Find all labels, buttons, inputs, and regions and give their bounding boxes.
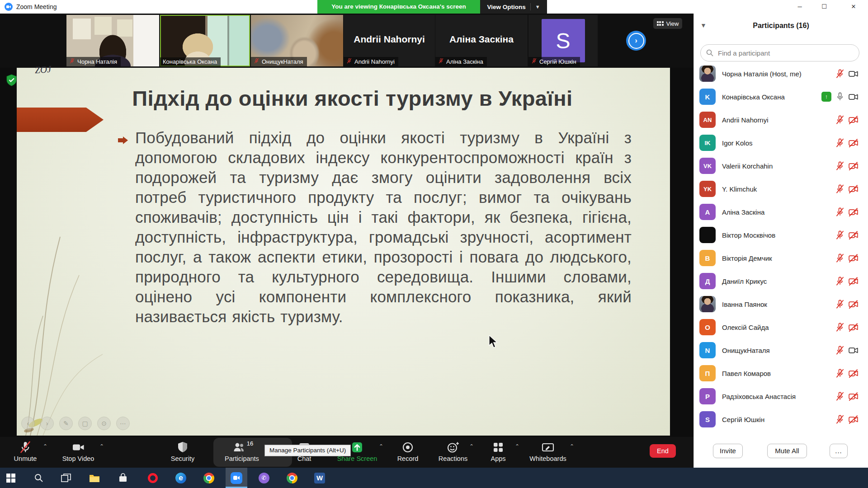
taskbar-app-chrome[interactable] xyxy=(198,468,220,488)
taskbar-app-word[interactable]: W xyxy=(309,468,330,488)
participant-row[interactable]: РРадзіховська Анастасія xyxy=(694,385,868,408)
slide-arrow-decoration xyxy=(17,108,104,132)
participant-row[interactable]: IKIgor Kolos xyxy=(694,131,868,155)
meeting-stage: Чорна НаталіяКонарівська Оксана ОнищукНа… xyxy=(0,14,693,468)
taskbar-app-taskview[interactable] xyxy=(55,468,77,488)
zoom-meeting-window: Zoom Meeting You are viewing Конарівська… xyxy=(0,0,868,488)
bullet-icon xyxy=(118,136,128,144)
camera-off-icon xyxy=(848,184,859,196)
muted-mic-icon xyxy=(835,414,845,426)
security-button[interactable]: Security xyxy=(156,439,210,466)
camera-off-icon xyxy=(848,391,859,404)
shared-screen-slide: ZOJ Підхід до оцінки якості туризму в Ук… xyxy=(17,68,670,436)
avatar: K xyxy=(699,89,716,105)
whiteboard-icon xyxy=(521,439,575,454)
pen-tool-button[interactable]: ✎ xyxy=(59,417,73,430)
video-tile[interactable]: Аліна Заскіна Аліна Заскіна xyxy=(435,15,528,66)
video-tile[interactable]: Чорна Наталія xyxy=(66,15,159,66)
muted-mic-icon xyxy=(346,58,352,65)
avatar: IK xyxy=(699,135,716,151)
toolbar-label: Participants xyxy=(215,455,269,462)
next-slide-button[interactable]: › xyxy=(40,417,54,430)
participant-row[interactable]: VKValerii Korchahin xyxy=(694,155,868,178)
participant-row[interactable]: Чорна Наталія (Host, me) xyxy=(694,62,868,85)
video-tile[interactable]: S Сергій Юшкін xyxy=(528,15,598,66)
taskbar-app-viber[interactable]: ✆ xyxy=(253,468,275,488)
muted-mic-icon xyxy=(835,161,845,173)
video-tile[interactable]: Конарівська Оксана xyxy=(160,15,250,66)
camera-on-icon xyxy=(848,92,859,104)
avatar xyxy=(699,66,716,82)
participant-row[interactable]: ANAndrii Nahornyi xyxy=(694,108,868,131)
participant-row[interactable]: SСергій Юшкін xyxy=(694,408,868,431)
participants-button[interactable]: 16Participants xyxy=(215,439,269,466)
tile-name-label: Чорна Наталія xyxy=(66,57,121,66)
participant-row[interactable]: ВВікторія Демчик xyxy=(694,247,868,270)
participant-name: Igor Kolos xyxy=(722,131,753,155)
video-tile[interactable]: ОнищукНаталя xyxy=(251,15,343,66)
tile-name-label: Andrii Nahornyi xyxy=(344,57,398,66)
zoom-slide-button[interactable]: ⊙ xyxy=(97,417,111,430)
show-all-slides-button[interactable]: ▢ xyxy=(78,417,92,430)
tile-name-label: Аліна Заскіна xyxy=(435,57,487,66)
participant-row[interactable]: ООлексій Сайда xyxy=(694,316,868,339)
taskbar-app-chrome2[interactable] xyxy=(281,468,303,488)
previous-slide-button[interactable]: ‹ xyxy=(21,417,35,430)
maximize-button[interactable]: ☐ xyxy=(814,0,835,14)
participant-name: Вікторія Демчик xyxy=(722,247,772,270)
participant-row[interactable]: ААліна Заскіна xyxy=(694,201,868,224)
end-meeting-button[interactable]: End xyxy=(650,444,676,458)
toolbar-label: Unmute xyxy=(0,455,52,462)
taskbar-app-edge[interactable]: e xyxy=(170,468,192,488)
invite-button[interactable]: Invite xyxy=(713,444,743,458)
mute-all-button[interactable]: Mute All xyxy=(767,444,807,458)
participant-row[interactable]: YKY. Klimchuk xyxy=(694,178,868,201)
minimize-button[interactable]: ─ xyxy=(789,0,810,14)
participant-name: Аліна Заскіна xyxy=(446,58,483,65)
participant-name: Чорна Наталія xyxy=(77,58,117,65)
zoom-icon xyxy=(231,472,242,484)
chevron-up-icon[interactable]: ⌃ xyxy=(515,443,519,450)
participant-name: Радзіховська Анастасія xyxy=(722,385,796,408)
participant-row[interactable]: NОнищукНаталя xyxy=(694,339,868,362)
more-options-button[interactable]: ⋯ xyxy=(116,417,130,430)
unmute-button[interactable]: Unmute xyxy=(0,439,52,466)
participant-row[interactable]: ППавел Комаров xyxy=(694,362,868,385)
camera-off-icon xyxy=(848,138,859,150)
taskbar-app-store[interactable] xyxy=(112,468,134,488)
view-options-button[interactable]: View Options ▼ xyxy=(480,0,547,14)
video-tile[interactable]: Andrii Nahornyi Andrii Nahornyi xyxy=(344,15,435,66)
whiteboards-button[interactable]: Whiteboards xyxy=(521,439,575,466)
taskbar-app-opera[interactable] xyxy=(142,468,164,488)
participant-row[interactable]: Іванна Паянок xyxy=(694,293,868,316)
taskbar-app-search[interactable] xyxy=(28,468,50,488)
chevron-up-icon[interactable]: ⌃ xyxy=(99,443,104,450)
chevron-up-icon[interactable]: ⌃ xyxy=(43,443,47,450)
view-layout-button[interactable]: View xyxy=(653,18,682,29)
taskbar-app-explorer[interactable] xyxy=(84,468,105,488)
more-options-button[interactable]: ... xyxy=(830,444,848,458)
next-page-arrow-button[interactable]: › xyxy=(626,31,646,51)
camera-off-icon xyxy=(848,207,859,219)
stop-video-button[interactable]: Stop Video xyxy=(51,439,105,466)
chevron-up-icon[interactable]: ⌃ xyxy=(379,443,383,450)
search-participant-input[interactable] xyxy=(700,44,859,61)
muted-mic-icon xyxy=(835,115,845,127)
participant-row[interactable]: Віктор Москвічов xyxy=(694,224,868,247)
view-label: View xyxy=(666,20,679,27)
camera-off-icon xyxy=(848,276,859,288)
participant-name: Іванна Паянок xyxy=(722,293,767,316)
video-thumbnail-strip: Чорна НаталіяКонарівська Оксана ОнищукНа… xyxy=(0,14,693,68)
mouse-cursor xyxy=(488,335,498,349)
taskbar-app-zoom[interactable] xyxy=(226,468,247,488)
participant-row[interactable]: ДДаниїл Крикус xyxy=(694,270,868,293)
chevron-up-icon[interactable]: ⌃ xyxy=(469,443,474,450)
apps-button[interactable]: Apps xyxy=(471,439,525,466)
chevron-up-icon[interactable]: ⌃ xyxy=(570,443,574,450)
taskbar-app-start[interactable] xyxy=(0,468,22,488)
participant-row[interactable]: KКонарівська Оксана↑ xyxy=(694,85,868,108)
slide-body-text: Побудований підхід до оцінки якості тури… xyxy=(135,128,632,327)
muted-mic-icon xyxy=(835,368,845,380)
close-button[interactable]: ✕ xyxy=(839,0,868,14)
muted-mic-icon xyxy=(835,276,845,288)
